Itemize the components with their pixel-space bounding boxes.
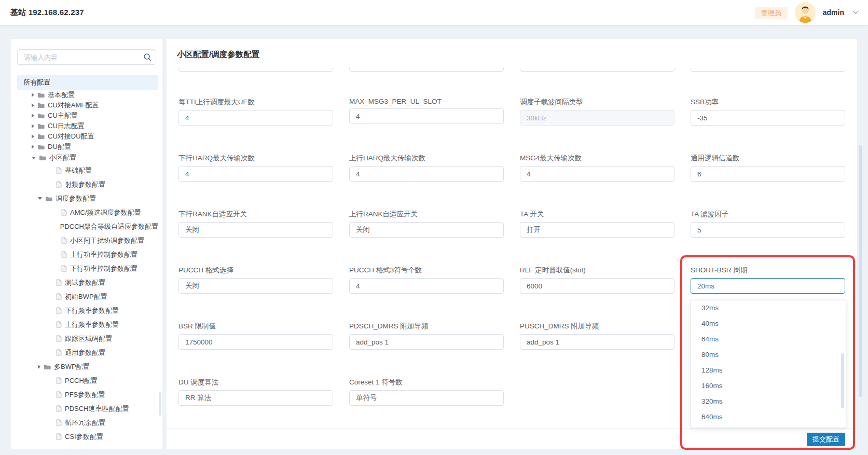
tree-item-label: 基础配置 — [65, 166, 92, 175]
folder-icon — [44, 364, 51, 370]
tree-item[interactable]: 小区配置 — [17, 152, 158, 163]
search-input[interactable] — [17, 49, 156, 65]
dropdown-option[interactable]: 640ms — [691, 409, 846, 425]
tree-item[interactable]: CU对接AMF配置 — [17, 100, 158, 111]
field-label: 上行HARQ最大传输次数 — [349, 154, 504, 163]
caret-right-icon[interactable] — [32, 93, 34, 97]
rlf-timer-input[interactable] — [520, 278, 674, 294]
tree-item[interactable]: PCCH配置 — [17, 374, 158, 388]
tree-item[interactable]: 射频参数配置 — [17, 177, 158, 191]
field-ul-rank-adapt: 上行RANK自适应开关 — [349, 210, 504, 238]
file-icon — [56, 279, 62, 286]
field-coreset1-sym: Coreset 1 符号数 — [349, 378, 504, 406]
coreset1-sym-input[interactable] — [349, 390, 504, 406]
field-msg4-max: MSG4最大传输次数 — [520, 154, 674, 182]
caret-right-icon[interactable] — [32, 103, 34, 107]
dropdown-option[interactable]: 128ms — [691, 363, 846, 378]
field-rlf-timer: RLF 定时器取值(slot) — [520, 266, 674, 294]
folder-icon — [37, 133, 45, 140]
tree-item[interactable]: PDSCH速率匹配配置 — [17, 402, 158, 416]
avatar[interactable] — [795, 2, 816, 23]
caret-right-icon[interactable] — [32, 134, 34, 139]
field-max-msg3: MAX_MSG3_PER_UL_SLOT — [349, 98, 504, 126]
dropdown-scrollbar[interactable] — [841, 353, 844, 408]
tree-item[interactable]: AMC/频选调度参数配置 — [17, 205, 158, 219]
ta-filter-input[interactable] — [691, 222, 845, 238]
dropdown-option[interactable]: 32ms — [691, 300, 846, 316]
tree-item[interactable]: 基本配置 — [17, 90, 158, 100]
tree-item[interactable]: 下行功率控制参数配置 — [17, 261, 158, 275]
bsr-limit-input[interactable] — [178, 334, 333, 350]
caret-right-icon[interactable] — [38, 365, 40, 369]
ta-switch-input[interactable] — [520, 222, 674, 238]
tree-item[interactable]: PFS参数配置 — [17, 388, 158, 402]
avatar-person-icon — [795, 2, 816, 23]
dropdown-option[interactable]: 160ms — [691, 378, 846, 394]
tree-item[interactable]: 上行功率控制参数配置 — [17, 247, 158, 261]
search-icon[interactable] — [143, 53, 151, 63]
dl-rank-adapt-input[interactable] — [178, 222, 333, 238]
field-label: 调度子载波间隔类型 — [520, 98, 674, 107]
file-icon — [56, 433, 62, 440]
tree-item[interactable]: 测试参数配置 — [17, 275, 158, 289]
scs-type-input[interactable] — [520, 110, 674, 126]
folder-icon — [37, 123, 45, 129]
dropdown-option[interactable]: 40ms — [691, 316, 846, 332]
caret-down-icon[interactable] — [38, 197, 42, 200]
caret-right-icon[interactable] — [32, 124, 34, 128]
field-label: 下行RANK自适应开关 — [178, 210, 333, 219]
tree-item[interactable]: 跟踪区域码配置 — [17, 332, 158, 346]
tree-item[interactable]: 循环冗余配置 — [17, 416, 158, 430]
sidebar-scrollbar[interactable] — [159, 392, 161, 416]
folder-icon — [37, 113, 45, 119]
pucch-format-input[interactable] — [178, 278, 333, 294]
submit-config-button[interactable]: 提交配置 — [807, 433, 845, 446]
pusch-dmrs-input[interactable] — [520, 334, 674, 350]
tree-item[interactable]: 上行频率参数配置 — [17, 318, 158, 332]
dropdown-option[interactable]: 320ms — [691, 394, 846, 409]
field-label: MSG4最大传输次数 — [520, 154, 674, 163]
du-sched-algo-input[interactable] — [178, 390, 333, 406]
tree-item[interactable]: 多BWP配置 — [17, 360, 158, 374]
tree-item[interactable]: 通用参数配置 — [17, 346, 158, 360]
tree-item[interactable]: CSI参数配置 — [17, 430, 158, 444]
tree-item[interactable]: 调度参数配置 — [17, 191, 158, 205]
tree-item[interactable]: CU日志配置 — [17, 121, 158, 131]
clipped-input — [178, 67, 333, 72]
tree-item-label: 测试参数配置 — [65, 278, 105, 287]
ul-rank-adapt-input[interactable] — [349, 222, 504, 238]
tree-item-label: DU配置 — [48, 142, 71, 151]
username[interactable]: admin — [823, 8, 844, 17]
chevron-down-icon[interactable] — [852, 10, 859, 15]
config-tree: 基本配置CU对接AMF配置CU主配置CU日志配置CU对接DU配置DU配置小区配置… — [17, 90, 158, 449]
msg4-max-input[interactable] — [520, 166, 674, 182]
pdsch-dmrs-input[interactable] — [349, 334, 504, 350]
page-scrollbar[interactable] — [859, 145, 862, 397]
tree-item[interactable]: 基础配置 — [17, 163, 158, 177]
logic-channels-input[interactable] — [691, 166, 845, 182]
ssb-power-input[interactable] — [691, 110, 845, 126]
tree-item[interactable]: PDCCH聚合等级自适应参数配置 — [17, 219, 158, 233]
caret-right-icon[interactable] — [32, 145, 34, 149]
tree-item[interactable]: 下行频率参数配置 — [17, 304, 158, 318]
role-badge[interactable]: 管理员 — [755, 7, 788, 19]
max-msg3-input[interactable] — [349, 108, 504, 124]
caret-right-icon[interactable] — [32, 114, 34, 118]
dropdown-option[interactable]: 80ms — [691, 347, 846, 363]
tree-item[interactable]: CU主配置 — [17, 111, 158, 121]
tree-item[interactable]: CU对接DU配置 — [17, 131, 158, 142]
field-pucch-fmt3-sym: PUCCH 格式3符号个数 — [349, 266, 504, 294]
tree-item[interactable]: DU配置 — [17, 142, 158, 152]
short-bsr-period-input[interactable] — [691, 278, 845, 294]
dropdown-option[interactable]: 64ms — [691, 332, 846, 347]
file-icon — [56, 321, 62, 328]
tree-root-all-configs[interactable]: 所有配置 — [17, 75, 158, 90]
caret-down-icon[interactable] — [32, 157, 36, 159]
tree-item[interactable]: 初始BWP配置 — [17, 289, 158, 304]
dl-harq-max-input[interactable] — [178, 166, 333, 182]
tree-item-label: PFS参数配置 — [65, 390, 105, 399]
pucch-fmt3-sym-input[interactable] — [349, 278, 504, 294]
ul-harq-max-input[interactable] — [349, 166, 504, 182]
ue-max-per-tti-input[interactable] — [178, 110, 333, 126]
tree-item[interactable]: 小区间干扰协调参数配置 — [17, 233, 158, 247]
